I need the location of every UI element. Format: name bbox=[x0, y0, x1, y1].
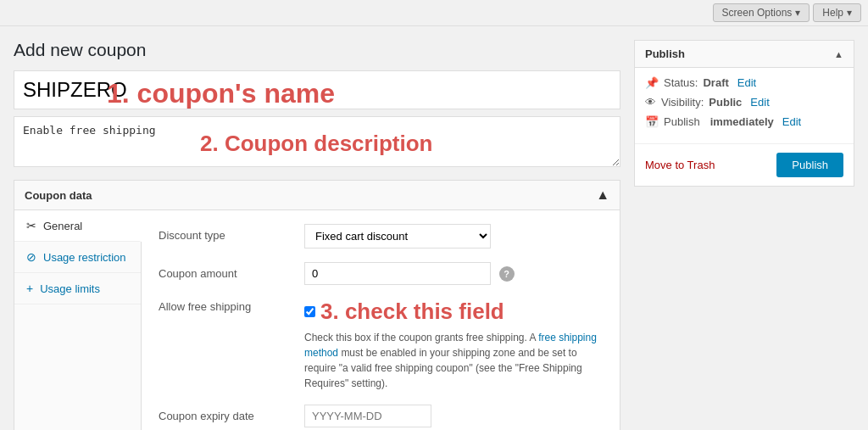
publish-timing-label: Publish bbox=[664, 115, 700, 128]
coupon-amount-row: Coupon amount ? bbox=[159, 262, 603, 285]
free-shipping-content: 3. check this field Check this box if th… bbox=[304, 299, 603, 391]
tab-usage-restriction[interactable]: ⊘ Usage restriction bbox=[14, 242, 141, 273]
restriction-icon: ⊘ bbox=[26, 250, 36, 264]
coupon-data-box: Coupon data ▲ ✂ General ⊘ Usage restrict… bbox=[14, 180, 620, 430]
eye-icon: 👁 bbox=[645, 96, 656, 109]
free-shipping-description: Check this box if the coupon grants free… bbox=[304, 330, 603, 391]
sidebar: Publish ▲ 📌 Status: Draft Edit 👁 Visibil… bbox=[634, 40, 854, 430]
coupon-tabs: ✂ General ⊘ Usage restriction + Usage li… bbox=[14, 210, 142, 430]
coupon-amount-input[interactable] bbox=[304, 262, 491, 285]
discount-type-value: Percentage discount Fixed cart discount … bbox=[304, 224, 603, 249]
coupon-fields: Discount type Percentage discount Fixed … bbox=[142, 210, 620, 430]
free-shipping-desc-text: Check this box if the coupon grants free… bbox=[304, 332, 538, 343]
coupon-name-input[interactable] bbox=[14, 70, 620, 109]
free-shipping-checkbox-row: 3. check this field bbox=[304, 299, 603, 325]
tab-general-label: General bbox=[43, 220, 82, 232]
screen-options-arrow-icon: ▾ bbox=[795, 7, 800, 19]
coupon-data-body: ✂ General ⊘ Usage restriction + Usage li… bbox=[14, 210, 620, 430]
pin-icon: 📌 bbox=[645, 76, 659, 89]
free-shipping-annotation: 3. check this field bbox=[320, 299, 504, 325]
coupon-amount-help-icon[interactable]: ? bbox=[499, 266, 515, 282]
page-title: Add new coupon bbox=[14, 40, 620, 60]
publish-status-edit-link[interactable]: Edit bbox=[737, 76, 756, 89]
coupon-expiry-row: Coupon expiry date bbox=[159, 405, 603, 427]
discount-type-select[interactable]: Percentage discount Fixed cart discount … bbox=[304, 224, 491, 249]
calendar-icon: 📅 bbox=[645, 115, 659, 128]
main-content: Add new coupon 1. coupon's name Enable f… bbox=[14, 40, 620, 430]
coupon-amount-label: Coupon amount bbox=[159, 262, 294, 280]
help-label: Help bbox=[822, 7, 843, 19]
discount-type-label: Discount type bbox=[159, 224, 294, 242]
coupon-amount-value: ? bbox=[304, 262, 603, 285]
free-shipping-desc-suffix: must be enabled in your shipping zone an… bbox=[304, 347, 582, 389]
coupon-description-row: Enable free shipping 2. Coupon descripti… bbox=[14, 116, 620, 170]
publish-title: Publish bbox=[645, 47, 685, 60]
publish-header: Publish ▲ bbox=[635, 41, 854, 68]
help-arrow-icon: ▾ bbox=[847, 7, 852, 19]
publish-footer: Move to Trash Publish bbox=[635, 143, 854, 186]
coupon-data-header: Coupon data ▲ bbox=[14, 181, 620, 210]
publish-visibility-label: Visibility: bbox=[661, 96, 704, 109]
coupon-data-toggle-icon[interactable]: ▲ bbox=[596, 187, 609, 203]
plus-icon: + bbox=[26, 282, 33, 295]
free-shipping-label: Allow free shipping bbox=[159, 299, 294, 313]
publish-visibility-edit-link[interactable]: Edit bbox=[750, 96, 769, 109]
publish-visibility-value: Public bbox=[709, 96, 742, 109]
top-bar: Screen Options ▾ Help ▾ bbox=[0, 0, 868, 26]
publish-timing-edit-link[interactable]: Edit bbox=[782, 115, 801, 128]
coupon-description-textarea[interactable]: Enable free shipping bbox=[14, 116, 620, 167]
tab-general[interactable]: ✂ General bbox=[14, 210, 142, 242]
discount-type-row: Discount type Percentage discount Fixed … bbox=[159, 224, 603, 249]
coupon-name-row: 1. coupon's name bbox=[14, 70, 620, 116]
tab-usage-limits[interactable]: + Usage limits bbox=[14, 273, 141, 304]
help-button[interactable]: Help ▾ bbox=[813, 3, 861, 22]
publish-timing-row: 📅 Publish immediately Edit bbox=[645, 115, 843, 128]
publish-box: Publish ▲ 📌 Status: Draft Edit 👁 Visibil… bbox=[634, 40, 854, 187]
coupon-expiry-label: Coupon expiry date bbox=[159, 405, 294, 422]
tab-usage-restriction-label: Usage restriction bbox=[43, 251, 126, 264]
free-shipping-row: Allow free shipping 3. check this field … bbox=[159, 299, 603, 391]
coupon-expiry-value bbox=[304, 405, 603, 427]
publish-button[interactable]: Publish bbox=[776, 153, 843, 177]
publish-body: 📌 Status: Draft Edit 👁 Visibility: Publi… bbox=[635, 68, 854, 143]
free-shipping-checkbox[interactable] bbox=[304, 306, 315, 317]
tab-usage-limits-label: Usage limits bbox=[40, 282, 100, 295]
publish-status-row: 📌 Status: Draft Edit bbox=[645, 76, 843, 89]
page-container: Add new coupon 1. coupon's name Enable f… bbox=[0, 26, 868, 430]
publish-visibility-row: 👁 Visibility: Public Edit bbox=[645, 96, 843, 109]
publish-status-label: Status: bbox=[664, 76, 698, 89]
publish-status-value: Draft bbox=[703, 76, 728, 89]
move-to-trash-link[interactable]: Move to Trash bbox=[645, 159, 715, 171]
publish-timing-value: immediately bbox=[710, 115, 774, 128]
coupon-data-title: Coupon data bbox=[25, 189, 92, 202]
screen-options-button[interactable]: Screen Options ▾ bbox=[713, 3, 810, 22]
scissors-icon: ✂ bbox=[26, 219, 36, 232]
publish-collapse-icon[interactable]: ▲ bbox=[834, 49, 843, 59]
screen-options-label: Screen Options bbox=[722, 7, 793, 19]
coupon-expiry-input[interactable] bbox=[304, 405, 431, 427]
